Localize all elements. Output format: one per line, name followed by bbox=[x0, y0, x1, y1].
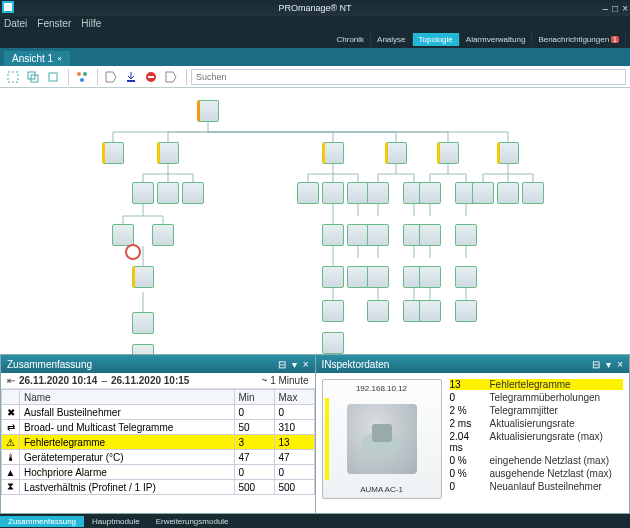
node-hub[interactable] bbox=[385, 142, 407, 164]
inspector-row: 0Neuanlauf Busteilnehmer bbox=[450, 481, 624, 492]
node-device[interactable] bbox=[347, 266, 369, 288]
table-row[interactable]: ⧗Lastverhältnis (Profinet / 1 IP)500500 bbox=[2, 480, 315, 495]
panel-pin-icon[interactable]: ⊟ bbox=[592, 359, 600, 370]
toolbar-download-icon[interactable] bbox=[122, 68, 140, 86]
svg-marker-13 bbox=[166, 72, 176, 82]
node-device[interactable] bbox=[132, 182, 154, 204]
toolbar-overlap-icon[interactable] bbox=[44, 68, 62, 86]
node-hub[interactable] bbox=[437, 142, 459, 164]
error-highlight-circle bbox=[125, 244, 141, 260]
col-icon[interactable] bbox=[2, 390, 20, 405]
node-device[interactable] bbox=[472, 182, 494, 204]
device-card[interactable]: 192.168.10.12 AUMA AC-1 bbox=[322, 379, 442, 499]
col-min[interactable]: Min bbox=[234, 390, 274, 405]
inspector-row: 0Telegrammüberholungen bbox=[450, 392, 624, 403]
node-hub[interactable] bbox=[102, 142, 124, 164]
view-tab-close[interactable]: × bbox=[57, 54, 62, 63]
node-device[interactable] bbox=[455, 224, 477, 246]
panel-close-icon[interactable]: × bbox=[617, 359, 623, 370]
panel-dropdown-icon[interactable]: ▾ bbox=[292, 359, 297, 370]
node-device[interactable] bbox=[367, 266, 389, 288]
node-device[interactable] bbox=[497, 182, 519, 204]
col-max[interactable]: Max bbox=[274, 390, 314, 405]
topology-edges bbox=[0, 88, 630, 375]
nav-first-icon[interactable]: ⇤ bbox=[7, 375, 15, 386]
window-max[interactable]: □ bbox=[612, 3, 618, 14]
node-device[interactable] bbox=[367, 182, 389, 204]
nav-tab-chronik[interactable]: Chronik bbox=[331, 33, 372, 46]
panel-pin-icon[interactable]: ⊟ bbox=[278, 359, 286, 370]
table-row[interactable]: ✖Ausfall Busteilnehmer00 bbox=[2, 405, 315, 420]
node-device[interactable] bbox=[157, 182, 179, 204]
node-device[interactable] bbox=[182, 182, 204, 204]
menu-window[interactable]: Fenster bbox=[37, 18, 71, 29]
node-hub[interactable] bbox=[497, 142, 519, 164]
table-row[interactable]: ▲Hochpriore Alarme00 bbox=[2, 465, 315, 480]
toolbar-cluster-icon[interactable] bbox=[73, 68, 91, 86]
window-close[interactable]: × bbox=[622, 3, 628, 14]
window-min[interactable]: – bbox=[603, 3, 609, 14]
node-device[interactable] bbox=[322, 300, 344, 322]
node-root[interactable] bbox=[197, 100, 219, 122]
search-input[interactable] bbox=[191, 69, 626, 85]
node-hub[interactable] bbox=[322, 142, 344, 164]
node-device[interactable] bbox=[112, 224, 134, 246]
topology-canvas[interactable] bbox=[0, 88, 630, 376]
node-device-highlighted[interactable] bbox=[132, 266, 154, 288]
node-device[interactable] bbox=[455, 300, 477, 322]
bottom-tab-hauptmodule[interactable]: Hauptmodule bbox=[84, 516, 148, 527]
toolbar-fit-icon[interactable] bbox=[4, 68, 22, 86]
table-row[interactable]: ⇄Broad- und Multicast Telegramme50310 bbox=[2, 420, 315, 435]
node-device[interactable] bbox=[322, 332, 344, 354]
device-name: AUMA AC-1 bbox=[360, 485, 403, 494]
node-device[interactable] bbox=[152, 224, 174, 246]
inspector-header[interactable]: INspektordaten ⊟ ▾ × bbox=[316, 355, 630, 373]
row-icon: ⇄ bbox=[2, 420, 20, 435]
bottom-tab-erweiterungsmodule[interactable]: Erweiterungsmodule bbox=[148, 516, 237, 527]
panel-dropdown-icon[interactable]: ▾ bbox=[606, 359, 611, 370]
node-device[interactable] bbox=[419, 224, 441, 246]
node-device[interactable] bbox=[419, 300, 441, 322]
node-device[interactable] bbox=[347, 182, 369, 204]
node-device[interactable] bbox=[419, 266, 441, 288]
menu-help[interactable]: Hilfe bbox=[81, 18, 101, 29]
table-row[interactable]: ⚠Fehlertelegramme313 bbox=[2, 435, 315, 450]
node-device[interactable] bbox=[297, 182, 319, 204]
node-device[interactable] bbox=[367, 224, 389, 246]
toolbar-tag2-icon[interactable] bbox=[162, 68, 180, 86]
summary-header[interactable]: Zusammenfassung ⊟ ▾ × bbox=[1, 355, 315, 373]
node-device[interactable] bbox=[132, 312, 154, 334]
node-device[interactable] bbox=[322, 224, 344, 246]
nav-tab-benachrichtigungen[interactable]: Benachrichtigungen1 bbox=[532, 33, 626, 46]
col-name[interactable]: Name bbox=[20, 390, 235, 405]
node-device[interactable] bbox=[322, 266, 344, 288]
node-device[interactable] bbox=[367, 300, 389, 322]
view-tab-1[interactable]: Ansicht 1 × bbox=[4, 51, 70, 66]
node-device[interactable] bbox=[419, 182, 441, 204]
node-device[interactable] bbox=[322, 182, 344, 204]
menu-file[interactable]: Datei bbox=[4, 18, 27, 29]
panel-close-icon[interactable]: × bbox=[303, 359, 309, 370]
prop-value: 13 bbox=[450, 379, 484, 390]
summary-duration: ~ 1 Minute bbox=[262, 375, 309, 386]
row-max: 13 bbox=[274, 435, 314, 450]
nav-tab-topologie[interactable]: Topologie bbox=[413, 33, 460, 46]
nav-badge: 1 bbox=[611, 36, 619, 43]
toolbar-sep bbox=[68, 69, 69, 85]
toolbar-copy-icon[interactable] bbox=[24, 68, 42, 86]
svg-rect-1 bbox=[4, 3, 12, 11]
toolbar-tag-icon[interactable] bbox=[102, 68, 120, 86]
nav-tab-analyse[interactable]: Analyse bbox=[371, 33, 412, 46]
node-hub[interactable] bbox=[157, 142, 179, 164]
node-device[interactable] bbox=[522, 182, 544, 204]
nav-tab-alarmverwaltung[interactable]: Alarmverwaltung bbox=[460, 33, 533, 46]
bottom-tab-zusammenfassung[interactable]: Zusammenfassung bbox=[0, 516, 84, 527]
prop-value: 2 ms bbox=[450, 418, 484, 429]
node-device[interactable] bbox=[455, 266, 477, 288]
row-name: Hochpriore Alarme bbox=[20, 465, 235, 480]
toolbar-sep bbox=[186, 69, 187, 85]
node-device[interactable] bbox=[347, 224, 369, 246]
prop-value: 2 % bbox=[450, 405, 484, 416]
table-row[interactable]: 🌡Gerätetemperatur (°C)4747 bbox=[2, 450, 315, 465]
toolbar-stop-icon[interactable] bbox=[142, 68, 160, 86]
